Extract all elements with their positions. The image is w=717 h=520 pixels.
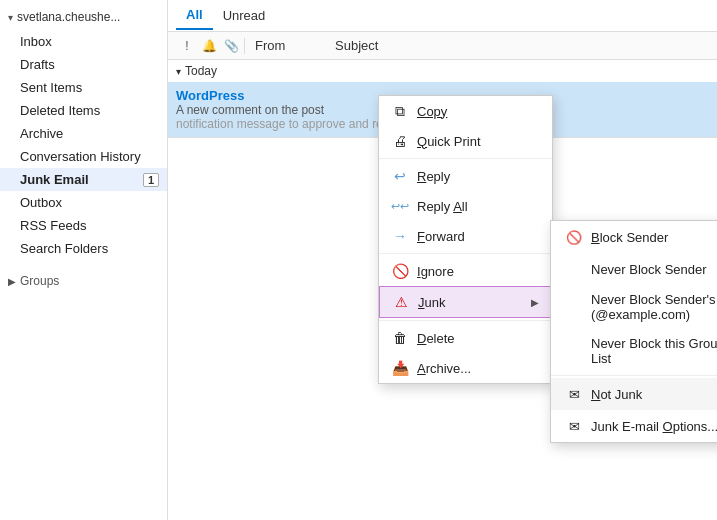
reply-label: Reply [417, 169, 540, 184]
tab-all[interactable]: All [176, 1, 213, 30]
sidebar-item-archive[interactable]: Archive [0, 122, 167, 145]
sidebar-item-drafts[interactable]: Drafts [0, 53, 167, 76]
tabs-bar: All Unread [168, 0, 717, 32]
sidebar-item-inbox[interactable]: Inbox [0, 30, 167, 53]
forward-label: Forward [417, 229, 540, 244]
account-name: svetlana.cheushe... [17, 10, 120, 24]
block-sender-icon: 🚫 [565, 228, 583, 246]
quick-print-label: Quick Print [417, 134, 540, 149]
context-menu-ignore[interactable]: 🚫 Ignore [379, 256, 552, 286]
sidebar-item-search[interactable]: Search Folders [0, 237, 167, 260]
context-menu-junk[interactable]: ⚠ Junk ▶ [379, 286, 552, 318]
delete-label: Delete [417, 331, 540, 346]
sidebar-account[interactable]: ▾ svetlana.cheushe... [0, 4, 167, 30]
archive-icon: 📥 [391, 359, 409, 377]
column-from: From [255, 38, 335, 53]
junk-label: Junk [418, 295, 523, 310]
forward-icon: → [391, 227, 409, 245]
reply-icon: ↩ [391, 167, 409, 185]
sidebar-item-label: Sent Items [20, 80, 82, 95]
ignore-label: Ignore [417, 264, 540, 279]
never-block-domain-label: Never Block Sender's Domain (@example.co… [591, 292, 717, 322]
context-menu-quick-print[interactable]: 🖨 Quick Print [379, 126, 552, 156]
never-block-group-icon [565, 342, 583, 360]
junk-submenu: 🚫 Block Sender Never Block Sender Never … [550, 220, 717, 443]
toolbar-separator [244, 38, 245, 54]
sidebar-item-junk[interactable]: Junk Email 1 [0, 168, 167, 191]
sidebar-item-conversation[interactable]: Conversation History [0, 145, 167, 168]
never-block-domain-icon [565, 298, 583, 316]
groups-label: Groups [20, 274, 59, 288]
sidebar-item-deleted[interactable]: Deleted Items [0, 99, 167, 122]
delete-icon: 🗑 [391, 329, 409, 347]
context-menu-forward[interactable]: → Forward [379, 221, 552, 251]
column-subject: Subject [335, 38, 378, 53]
sidebar-item-label: Search Folders [20, 241, 108, 256]
group-today: ▾ Today [168, 60, 717, 82]
context-menu-delete[interactable]: 🗑 Delete [379, 323, 552, 353]
importance-icon[interactable]: ! [176, 35, 198, 57]
context-separator-1 [379, 158, 552, 159]
attachment-icon[interactable]: 📎 [220, 35, 242, 57]
submenu-block-sender[interactable]: 🚫 Block Sender [551, 221, 717, 253]
sidebar-group-groups[interactable]: ▶ Groups [0, 268, 167, 290]
context-separator-3 [379, 320, 552, 321]
submenu-junk-options[interactable]: ✉ Junk E-mail Options... [551, 410, 717, 442]
reply-all-icon: ↩↩ [391, 197, 409, 215]
sidebar-item-label: Archive [20, 126, 63, 141]
block-sender-label: Block Sender [591, 230, 668, 245]
context-menu: ⧉ Copy 🖨 Quick Print ↩ Reply ↩↩ Reply Al… [378, 95, 553, 384]
sidebar-item-label: Deleted Items [20, 103, 100, 118]
junk-badge: 1 [143, 173, 159, 187]
context-menu-reply-all[interactable]: ↩↩ Reply All [379, 191, 552, 221]
reply-all-label: Reply All [417, 199, 540, 214]
sidebar-item-label: RSS Feeds [20, 218, 86, 233]
junk-options-label: Junk E-mail Options... [591, 419, 717, 434]
account-expand-icon: ▾ [8, 12, 13, 23]
sidebar-item-label: Conversation History [20, 149, 141, 164]
junk-icon: ⚠ [392, 293, 410, 311]
sidebar-item-rss[interactable]: RSS Feeds [0, 214, 167, 237]
sidebar-item-label: Drafts [20, 57, 55, 72]
reminder-icon[interactable]: 🔔 [198, 35, 220, 57]
groups-expand-icon: ▶ [8, 276, 16, 287]
sidebar: ▾ svetlana.cheushe... Inbox Drafts Sent … [0, 0, 168, 520]
group-today-label: Today [185, 64, 217, 78]
ignore-icon: 🚫 [391, 262, 409, 280]
copy-label: Copy [417, 104, 540, 119]
not-junk-label: Not Junk [591, 387, 642, 402]
sidebar-item-label: Outbox [20, 195, 62, 210]
never-block-group-label: Never Block this Group or Mailing List [591, 336, 717, 366]
tab-unread[interactable]: Unread [213, 2, 276, 29]
submenu-never-block-domain[interactable]: Never Block Sender's Domain (@example.co… [551, 285, 717, 329]
sidebar-item-outbox[interactable]: Outbox [0, 191, 167, 214]
copy-icon: ⧉ [391, 102, 409, 120]
context-menu-copy[interactable]: ⧉ Copy [379, 96, 552, 126]
submenu-never-block-group[interactable]: Never Block this Group or Mailing List [551, 329, 717, 373]
right-panel: All Unread ! 🔔 📎 From Subject ▾ Today Wo… [168, 0, 717, 520]
junk-options-icon: ✉ [565, 417, 583, 435]
sidebar-item-label: Inbox [20, 34, 52, 49]
submenu-never-block-sender[interactable]: Never Block Sender [551, 253, 717, 285]
submenu-not-junk[interactable]: ✉ Not Junk [551, 378, 717, 410]
sidebar-item-sent[interactable]: Sent Items [0, 76, 167, 99]
context-separator-2 [379, 253, 552, 254]
junk-submenu-arrow: ▶ [531, 297, 539, 308]
never-block-sender-label: Never Block Sender [591, 262, 707, 277]
print-icon: 🖨 [391, 132, 409, 150]
toolbar-row: ! 🔔 📎 From Subject [168, 32, 717, 60]
sidebar-item-label: Junk Email [20, 172, 89, 187]
not-junk-icon: ✉ [565, 385, 583, 403]
submenu-separator [551, 375, 717, 376]
group-expand-icon: ▾ [176, 66, 181, 77]
context-menu-reply[interactable]: ↩ Reply [379, 161, 552, 191]
never-block-icon [565, 260, 583, 278]
archive-label: Archive... [417, 361, 540, 376]
context-menu-archive[interactable]: 📥 Archive... [379, 353, 552, 383]
